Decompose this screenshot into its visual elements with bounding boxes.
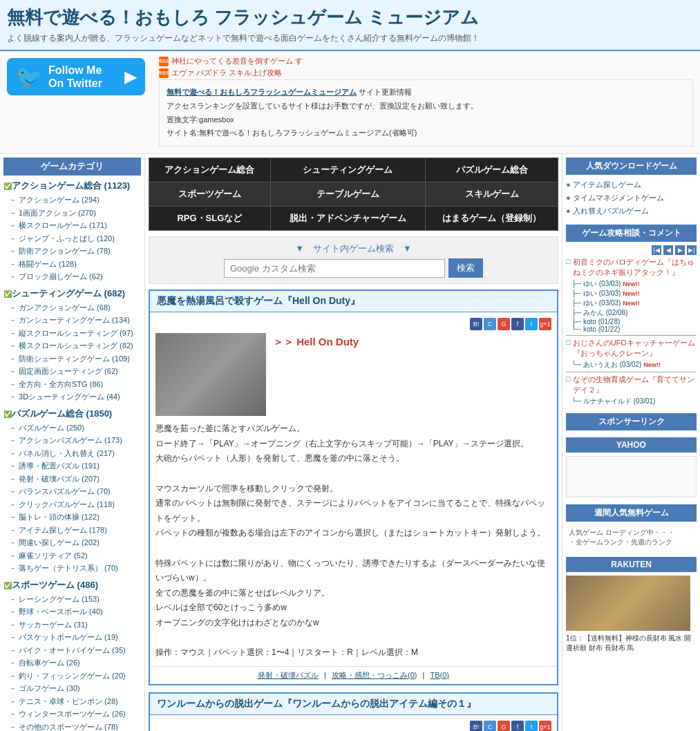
comment-nav-prev[interactable]: ◀ bbox=[663, 245, 673, 255]
google-icon-2[interactable]: G bbox=[498, 721, 510, 731]
sidebar-item[interactable]: － ゴルフゲーム (30) bbox=[3, 682, 141, 695]
sidebar-category-shooting[interactable]: シューティングゲーム (682) bbox=[3, 287, 141, 300]
comment-nav-last[interactable]: ▶| bbox=[687, 245, 697, 255]
sidebar-item[interactable]: － 3Dシューティングゲーム (44) bbox=[3, 390, 141, 404]
sponsor-section: スポンサーリンク bbox=[566, 413, 697, 430]
sidebar-item[interactable]: － サッカーゲーム (31) bbox=[3, 618, 141, 632]
sidebar-item[interactable]: － レーシングゲーム (153) bbox=[3, 593, 141, 606]
sidebar-item[interactable]: － 横スクロールゲーム (171) bbox=[3, 219, 141, 232]
nav-skill[interactable]: スキルゲーム bbox=[426, 182, 558, 207]
thread-2-title[interactable]: おじさんのUFOキャッチャーゲーム『おっちゃんクレーン』 bbox=[573, 338, 697, 359]
sidebar-item[interactable]: － 縦スクロールシューティング (97) bbox=[3, 327, 141, 340]
rakuten-product-image[interactable] bbox=[566, 576, 690, 631]
rakuten-product-title[interactable]: 1位：【送料無料】神様の長財布 風水 開運祈願 財布 長財布 馬 bbox=[566, 634, 697, 653]
nav-sports[interactable]: スポーツゲーム bbox=[149, 182, 271, 207]
footer-link-comments-1[interactable]: 攻略・感想・つっこみ(0) bbox=[332, 671, 417, 679]
clip-icon[interactable]: C bbox=[484, 318, 496, 330]
nav-shooting[interactable]: シューティングゲーム bbox=[270, 158, 425, 182]
game-link-1[interactable]: ＞＞ Hell On Duty bbox=[273, 336, 359, 348]
comment-nav-first[interactable]: |◀ bbox=[652, 245, 661, 255]
facebook-icon[interactable]: f bbox=[511, 318, 524, 330]
article-1-desc: 悪魔を茹った釜に落とすパズルゲーム。 ロード終了→「PLAY」→オープニング（右… bbox=[155, 421, 551, 661]
sidebar-item[interactable]: － ガンアクションゲーム (68) bbox=[3, 301, 141, 314]
top-right-links: RSS 神社にやってくる差音を倒すゲーム す RSS エヴァ パズドラ スキル上… bbox=[152, 51, 700, 153]
comment-thread-1: □ 初音ミクのパロディゲーム『はちゅねミクのネギ振りアタック！』 ├─ ゆい (… bbox=[566, 257, 697, 333]
facebook-icon-2[interactable]: f bbox=[511, 721, 524, 731]
thread-collapse-3[interactable]: □ bbox=[566, 374, 571, 383]
tweet-icon-2[interactable]: t bbox=[525, 721, 538, 731]
sidebar-item[interactable]: － 防衛アクションゲーム (78) bbox=[3, 245, 141, 258]
search-button[interactable]: 検索 bbox=[448, 258, 483, 278]
clip-icon-2[interactable]: C bbox=[484, 721, 496, 731]
google-icon[interactable]: G bbox=[498, 318, 510, 330]
footer-link-category-1[interactable]: 発射・破壊パズル bbox=[258, 671, 319, 679]
thread-3-title[interactable]: なぞの生物育成ゲーム『育ててサンデイ２』 bbox=[573, 374, 697, 395]
download-item-3[interactable]: 入れ替えパズルゲーム bbox=[566, 205, 697, 218]
download-item-2[interactable]: タイムマネジメントゲーム bbox=[566, 191, 697, 205]
bookmark-icon-2[interactable]: B! bbox=[470, 721, 482, 731]
sidebar-item[interactable]: － 脳トレ・頭の体操 (122) bbox=[3, 511, 141, 524]
bookmark-icon[interactable]: B! bbox=[470, 318, 482, 330]
sidebar-item[interactable]: － アイテム探しゲーム (178) bbox=[3, 524, 141, 537]
sidebar-item[interactable]: － 野球・ベースボール (40) bbox=[3, 605, 141, 618]
sidebar-item[interactable]: － バイク・オートバイゲーム (35) bbox=[3, 644, 141, 657]
sidebar-category-sports[interactable]: スポーツゲーム (486) bbox=[3, 579, 141, 591]
nav-puzzle[interactable]: パズルゲーム総合 bbox=[426, 158, 558, 182]
googleplus-icon-2[interactable]: g+1 bbox=[539, 721, 551, 731]
sidebar-item[interactable]: － 間違い探しゲーム (202) bbox=[3, 536, 141, 549]
twitter-follow-button[interactable]: 🐦 Follow Me On Twitter ▶ bbox=[7, 58, 145, 95]
sidebar-item[interactable]: － パネル消し・入れ替え (217) bbox=[3, 447, 141, 460]
sidebar-category-action[interactable]: アクションゲーム総合 (1123) bbox=[3, 180, 141, 192]
sidebar-item[interactable]: － バスケットボールゲーム (19) bbox=[3, 631, 141, 644]
comment-nav-next[interactable]: ▶ bbox=[675, 245, 685, 255]
thread-collapse-1[interactable]: □ bbox=[566, 257, 571, 265]
sidebar-category-puzzle[interactable]: パズルゲーム総合 (1850) bbox=[3, 408, 141, 420]
rss-link-2[interactable]: エヴァ パズドラ スキル上げ攻略 bbox=[171, 68, 282, 78]
sidebar-item[interactable]: － 横スクロールシューティング (82) bbox=[3, 339, 141, 352]
rss-icon-2: RSS bbox=[159, 68, 169, 78]
search-input[interactable] bbox=[224, 259, 445, 278]
sidebar-item[interactable]: － クリックパズルゲーム (118) bbox=[3, 498, 141, 511]
nav-adventure[interactable]: 脱出・アドベンチャーゲーム bbox=[270, 207, 425, 231]
sidebar-item[interactable]: － 防衛シューティングゲーム (109) bbox=[3, 352, 141, 366]
footer-link-tb-1[interactable]: TB(0) bbox=[430, 671, 449, 679]
googleplus-icon[interactable]: g+1 bbox=[539, 318, 551, 330]
twitter-label: Follow Me On Twitter bbox=[48, 64, 119, 90]
sidebar-item[interactable]: － パズルゲーム (250) bbox=[3, 421, 141, 435]
sidebar-item[interactable]: － テニス・卓球・ピンポン (28) bbox=[3, 695, 141, 708]
sidebar-item[interactable]: － 固定画面シューティング (62) bbox=[3, 365, 141, 378]
comments-section: ゲーム攻略相談・コメント |◀ ◀ ▶ ▶| □ 初音ミクのパロディゲーム『はち… bbox=[566, 225, 697, 406]
sidebar-item[interactable]: － 自転車ゲーム (26) bbox=[3, 656, 141, 670]
sidebar-item[interactable]: － アクションゲーム (294) bbox=[3, 193, 141, 207]
site-update-link[interactable]: 無料で遊べる！おもしろフラッシュゲームミュージアム bbox=[167, 88, 357, 96]
tweet-icon[interactable]: t bbox=[525, 318, 538, 330]
download-item-1[interactable]: アイテム探しゲーム bbox=[566, 178, 697, 191]
nav-action[interactable]: アクションゲーム総合 bbox=[149, 158, 271, 182]
article-1-title: 悪魔を熱湯風呂で殺すゲーム『Hell On Duty』 bbox=[157, 295, 360, 306]
sidebar-item[interactable]: － バランスパズルゲーム (70) bbox=[3, 485, 141, 498]
sidebar-item[interactable]: － 釣り・フィッシングゲーム (20) bbox=[3, 670, 141, 683]
sidebar-item[interactable]: － ブロック崩しゲーム (62) bbox=[3, 270, 141, 283]
sidebar-item[interactable]: － 誘導・配置パズル (191) bbox=[3, 459, 141, 473]
game-navigation: アクションゲーム総合 シューティングゲーム パズルゲーム総合 スポーツゲーム テ… bbox=[149, 158, 558, 231]
thread-collapse-2[interactable]: □ bbox=[566, 338, 571, 346]
sidebar-item[interactable]: － ウィンタースポーツゲーム (26) bbox=[3, 708, 141, 721]
nav-table[interactable]: テーブルゲーム bbox=[270, 182, 425, 207]
sidebar-title: ゲームカテゴリ bbox=[3, 158, 141, 175]
sidebar-item[interactable]: － 麻雀ソリティア (52) bbox=[3, 549, 141, 562]
nav-addictive[interactable]: はまるゲーム（登録制） bbox=[426, 207, 558, 231]
sidebar-item[interactable]: － 1画面アクション (270) bbox=[3, 207, 141, 220]
sidebar-item[interactable]: － ジャンプ・ふっとばし (120) bbox=[3, 232, 141, 245]
sidebar-item[interactable]: － 全方向・全方向STG (86) bbox=[3, 378, 141, 391]
thread-1-title[interactable]: 初音ミクのパロディゲーム『はちゅねミクのネギ振りアタック！』 bbox=[573, 257, 697, 278]
sidebar-item[interactable]: － 格闘ゲーム (128) bbox=[3, 258, 141, 271]
sidebar-item[interactable]: － ガンシューティングゲーム (134) bbox=[3, 314, 141, 327]
nav-rpg[interactable]: RPG・SLGなど bbox=[149, 207, 271, 231]
sidebar-item[interactable]: － 発射・破壊パズル (207) bbox=[3, 473, 141, 486]
rakuten-section: RAKUTEN 1位：【送料無料】神様の長財布 風水 開運祈願 財布 長財布 馬 bbox=[566, 557, 697, 653]
rss-link-1[interactable]: 神社にやってくる差音を倒すゲーム す bbox=[171, 56, 303, 66]
sidebar-item[interactable]: － 落ちゲー（テトリス系） (70) bbox=[3, 562, 141, 575]
new-badge-2: New!! bbox=[643, 361, 661, 368]
sidebar-item[interactable]: － その他のスポーツゲーム (78) bbox=[3, 721, 141, 731]
sidebar-item[interactable]: － アクションパズルゲーム (173) bbox=[3, 434, 141, 447]
